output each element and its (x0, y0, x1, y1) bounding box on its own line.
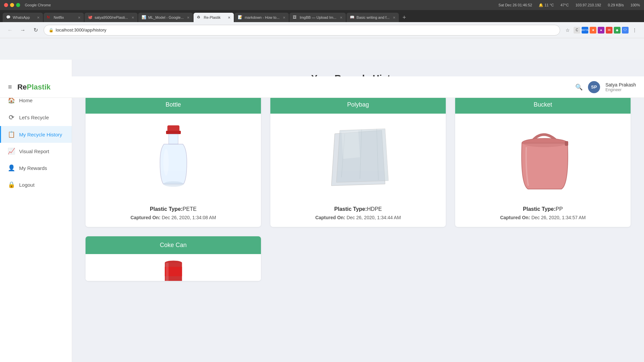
bottle-card-info: Plastic Type:PETE Captured On: Dec 26, 2… (86, 201, 261, 227)
bottle-captured-value: Dec 26, 2020, 1:34:08 AM (162, 215, 216, 220)
app-wrapper: ≡ RePlastik 🔍 SP Satya Prakash Engineer … (0, 38, 644, 362)
network-speed: 0.29 KB/s (608, 3, 624, 7)
netflix-favicon: N (47, 15, 52, 20)
app-body: 🏠 Home ⟳ Let's Recycle 📋 My Recycle Hist… (0, 60, 644, 362)
bookmark-icon[interactable]: ☆ (564, 26, 572, 34)
polybag-card-image-area (270, 114, 446, 201)
window-controls: Google Chrome (4, 3, 51, 7)
tab-github[interactable]: 🐙 satya9500/rePlasti... ✕ (85, 13, 138, 22)
search-icon[interactable]: 🔍 (575, 83, 583, 91)
maximize-window-btn[interactable] (16, 3, 20, 7)
tab-basic-writing-label: Basic writing and f... (357, 15, 389, 19)
basic-writing-favicon: 📖 (350, 15, 355, 20)
tab-markdown-close[interactable]: ✕ (283, 16, 285, 19)
visual-report-icon: 📈 (8, 147, 15, 155)
sidebar-item-logout[interactable]: 🔒 Logout (0, 176, 72, 193)
tab-whatsapp[interactable]: 💬 WhatsApp ✕ (3, 13, 43, 22)
recycle-cards-bottom-grid: Coke Can (86, 236, 631, 281)
browser-label: Google Chrome (25, 3, 51, 7)
recycle-cards-grid: Bottle (86, 96, 631, 227)
tab-markdown[interactable]: 📝 markdown - How to... ✕ (234, 13, 289, 22)
tab-replastik-close[interactable]: ✕ (228, 16, 230, 19)
bottle-captured-label: Captured On: (130, 215, 160, 220)
tab-whatsapp-label: WhatsApp (13, 15, 34, 19)
user-info: Satya Prakash Engineer (605, 82, 636, 92)
bottle-plastic-type: Plastic Type:PETE (92, 206, 254, 212)
svg-rect-1 (166, 131, 181, 134)
sidebar-item-visual-report-label: Visual Report (19, 148, 49, 154)
bottle-card-header: Bottle (86, 96, 261, 114)
ext-icon-green[interactable]: ◆ (614, 27, 621, 34)
markdown-favicon: 📝 (238, 15, 243, 20)
ext-icon-mail[interactable]: ✉ (606, 27, 612, 34)
menu-icon[interactable]: ⋮ (631, 26, 639, 34)
ext-icon-beta[interactable]: BETA (582, 27, 588, 34)
polybag-card-info: Plastic Type:HDPE Captured On: Dec 26, 2… (270, 201, 446, 227)
tab-imgbb-close[interactable]: ✕ (340, 16, 342, 19)
tab-ml-model[interactable]: 📊 ML_Model - Google... ✕ (138, 13, 193, 22)
bucket-svg (509, 124, 577, 191)
ext-icon-1[interactable]: C (574, 27, 580, 34)
tab-replastik[interactable]: ♻ Re-Plastik ✕ (194, 13, 234, 22)
refresh-button[interactable]: ↻ (31, 25, 40, 35)
extension-icons: C BETA ★ ● ✉ ◆ 🛡 (574, 27, 629, 34)
app-title-re: Re (17, 83, 27, 91)
sidebar-item-logout-label: Logout (19, 182, 35, 188)
svg-rect-13 (565, 141, 568, 146)
bottle-plastic-type-label: Plastic Type: (150, 206, 183, 212)
tab-netflix[interactable]: N Netflix ✕ (44, 13, 84, 22)
bucket-plastic-type-label: Plastic Type: (523, 206, 556, 212)
bottle-card-image-area (86, 114, 261, 201)
app-title-plastik: Plastik (27, 83, 51, 91)
bucket-captured-value: Dec 26, 2020, 1:34:57 AM (531, 215, 586, 220)
tab-imgbb[interactable]: 🖼 ImgBB — Upload Im... ✕ (289, 13, 345, 22)
tab-markdown-label: markdown - How to... (245, 15, 279, 19)
cpu-temp: 47°C (560, 3, 569, 7)
recycle-history-icon: 📋 (8, 131, 15, 138)
tab-basic-writing[interactable]: 📖 Basic writing and f... ✕ (346, 13, 399, 22)
logout-icon: 🔒 (8, 181, 15, 188)
polybag-captured-value: Dec 26, 2020, 1:34:44 AM (346, 215, 401, 220)
sidebar-item-visual-report[interactable]: 📈 Visual Report (0, 143, 72, 160)
forward-button[interactable]: → (18, 25, 28, 35)
sidebar-item-my-rewards[interactable]: 👤 My Rewards (0, 160, 72, 176)
coke-can-card-header: Coke Can (86, 236, 261, 254)
tab-netflix-close[interactable]: ✕ (78, 16, 80, 19)
url-bar[interactable]: 🔒 localhost:3000/app/history (44, 25, 560, 36)
ext-icon-star[interactable]: ★ (590, 27, 596, 34)
new-tab-button[interactable]: + (399, 13, 409, 22)
sidebar-item-lets-recycle-label: Let's Recycle (19, 115, 49, 120)
ext-icon-shield[interactable]: 🛡 (622, 27, 629, 34)
hamburger-menu-icon[interactable]: ≡ (8, 83, 12, 91)
coke-can-svg (157, 257, 190, 281)
user-name: Satya Prakash (605, 82, 636, 87)
polybag-plastic-type: Plastic Type:HDPE (277, 206, 439, 212)
bucket-card-info: Plastic Type:PP Captured On: Dec 26, 202… (455, 201, 631, 227)
topbar-right: 🔍 SP Satya Prakash Engineer (575, 81, 636, 93)
whatsapp-favicon: 💬 (6, 15, 11, 20)
back-button[interactable]: ← (5, 25, 15, 35)
app-title: RePlastik (17, 83, 51, 92)
minimize-window-btn[interactable] (10, 3, 14, 7)
sidebar-item-my-recycle-history[interactable]: 📋 My Recycle History (0, 126, 72, 143)
tab-github-close[interactable]: ✕ (131, 16, 134, 19)
sidebar-item-home-label: Home (19, 98, 33, 103)
tab-github-label: satya9500/rePlasti... (95, 15, 128, 19)
bucket-captured-on: Captured On: Dec 26, 2020, 1:34:57 AM (462, 215, 624, 220)
tab-whatsapp-close[interactable]: ✕ (37, 16, 40, 19)
sidebar-item-lets-recycle[interactable]: ⟳ Let's Recycle (0, 109, 72, 126)
bottle-plastic-type-value: PETE (182, 206, 197, 212)
user-avatar: SP (588, 81, 600, 93)
bucket-card-image-area (455, 114, 631, 201)
tab-ml-close[interactable]: ✕ (187, 16, 190, 19)
tab-basic-writing-close[interactable]: ✕ (393, 16, 395, 19)
bottle-svg (153, 122, 194, 192)
close-window-btn[interactable] (4, 3, 8, 7)
recycle-card-coke-can: Coke Can (86, 236, 261, 281)
svg-rect-0 (167, 125, 179, 131)
polybag-card-header: Polybag (270, 96, 446, 114)
tab-replastik-label: Re-Plastik (204, 15, 224, 19)
ext-icon-circle[interactable]: ● (598, 27, 604, 34)
user-role: Engineer (605, 87, 636, 92)
tab-imgbb-label: ImgBB — Upload Im... (300, 15, 336, 19)
